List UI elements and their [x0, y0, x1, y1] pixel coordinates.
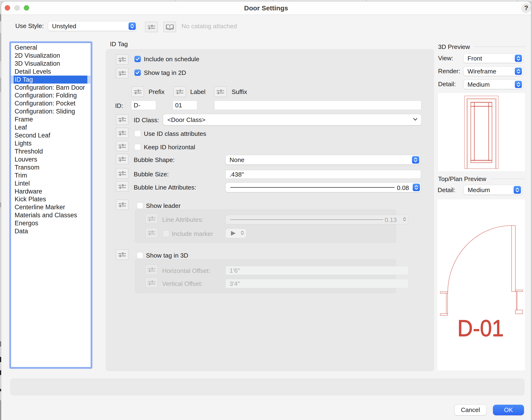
svg-text:D-01: D-01 — [457, 315, 504, 341]
